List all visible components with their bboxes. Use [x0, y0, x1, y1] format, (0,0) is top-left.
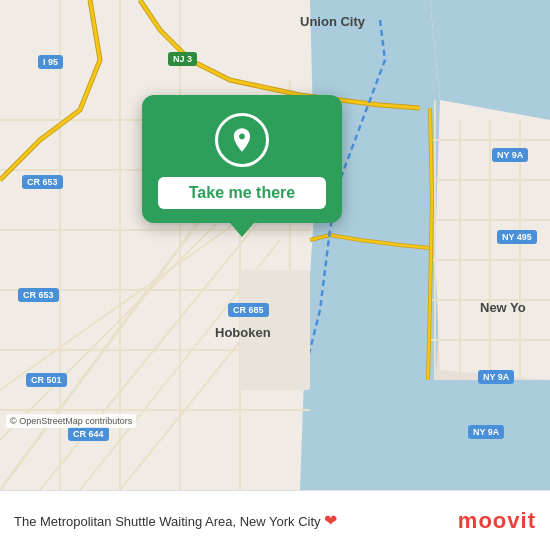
svg-rect-33 [240, 270, 310, 390]
footer-title: The Metropolitan Shuttle Waiting Area, N… [14, 511, 448, 530]
moovit-dot: it [521, 508, 536, 533]
ny9a-bot-badge: NY 9A [468, 425, 504, 439]
take-me-there-button[interactable]: Take me there [158, 177, 326, 209]
ny9a-top-badge: NY 9A [492, 148, 528, 162]
map-attribution: © OpenStreetMap contributors [6, 414, 136, 428]
heart-icon: ❤ [324, 512, 337, 529]
ny9a-mid-badge: NY 9A [478, 370, 514, 384]
svg-marker-3 [360, 380, 550, 490]
cr653-top-badge: CR 653 [22, 175, 63, 189]
location-pin [215, 113, 269, 167]
pin-svg [228, 126, 256, 154]
popup-card: Take me there [142, 95, 342, 223]
ny495-badge: NY 495 [497, 230, 537, 244]
cr685-badge: CR 685 [228, 303, 269, 317]
map-container: Union City Hoboken New Yo I 95 NJ 3 CR 6… [0, 0, 550, 490]
cr644-badge: CR 644 [68, 427, 109, 441]
i95-badge: I 95 [38, 55, 63, 69]
nj3-badge: NJ 3 [168, 52, 197, 66]
footer: The Metropolitan Shuttle Waiting Area, N… [0, 490, 550, 550]
moovit-logo-text: moov [458, 508, 521, 533]
footer-title-text: The Metropolitan Shuttle Waiting Area, N… [14, 514, 321, 529]
cr653-mid-badge: CR 653 [18, 288, 59, 302]
moovit-logo: moovit [458, 508, 536, 534]
cr501-badge: CR 501 [26, 373, 67, 387]
